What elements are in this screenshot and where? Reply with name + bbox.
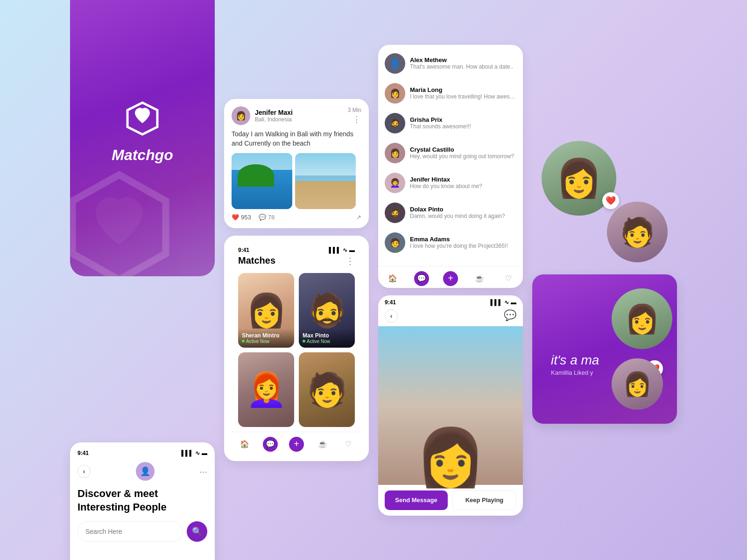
list-item[interactable]: 👩 Maria Long I love that you love travel…	[378, 78, 523, 108]
search-button[interactable]: 🔍	[187, 521, 207, 542]
msg-text: I love how you're doing the Project365!!	[410, 243, 516, 249]
list-item[interactable]: 🧔 Grisha Prix That sounds awesome!!!	[378, 108, 523, 138]
msg-text: Hey, would you mind going out tomorrow?	[410, 153, 516, 160]
profile-actions: Send Message Keep Playing	[378, 485, 523, 516]
msg-avatar-grisha: 🧔	[385, 113, 405, 133]
post-actions: ❤️ 953 💬 78 ↗	[232, 214, 361, 221]
msg-avatar-jenifer: 👩‍🦱	[385, 173, 405, 193]
battery-icon-2: ▬	[349, 247, 355, 253]
post-images	[232, 153, 361, 209]
tab-chat[interactable]: 💬	[263, 437, 278, 452]
share-button[interactable]: ↗	[356, 214, 361, 221]
post-card: 👩 Jenifer Maxi Bali, Indonesia 3 Min ⋮ T…	[224, 99, 369, 228]
back-button[interactable]: ‹	[78, 465, 91, 478]
battery-icon-3: ▬	[511, 299, 516, 306]
heart-badge-floating: ❤️	[602, 192, 619, 209]
post-menu-button[interactable]: ⋮	[352, 114, 361, 125]
matches-menu-button[interactable]: ⋮	[345, 255, 355, 266]
msg-avatar-crystal: 👩	[385, 143, 405, 163]
list-item[interactable]: 👩 Crystal Castillo Hey, would you mind g…	[378, 138, 523, 168]
tab-coffee[interactable]: ☕	[315, 437, 330, 452]
matches-title: Matches	[238, 255, 275, 266]
discover-card: 9:41 ▌▌▌ ∿ ▬ ‹ 👤 ··· Discover & meet Int…	[70, 442, 215, 560]
app-title: Matchgo	[112, 147, 173, 164]
tab-plus[interactable]: +	[289, 437, 304, 452]
match-status-2: Active Now	[303, 339, 351, 344]
like-count[interactable]: ❤️ 953	[232, 214, 251, 221]
tab-plus-msgs[interactable]: +	[443, 271, 458, 286]
tab-heart-msgs[interactable]: ♡	[501, 271, 516, 286]
match-liked-text: Kamillia Liked y	[551, 369, 593, 376]
tab-bar-messages: 🏠 💬 + ☕ ♡	[378, 266, 523, 288]
profile-person-figure: 👩	[416, 429, 486, 485]
msg-avatar-maria: 👩	[385, 83, 405, 104]
match-card-3[interactable]: 👩‍🦰	[238, 352, 294, 427]
tab-coffee-msgs[interactable]: ☕	[472, 271, 487, 286]
battery-icon: ▬	[202, 450, 207, 456]
send-message-button[interactable]: Send Message	[385, 490, 448, 510]
left-column: Matchgo 9:41 ▌▌▌ ∿ ▬ ‹ 👤 ··· Discover & …	[70, 0, 215, 560]
msg-avatar-dolax: 🧔	[385, 203, 405, 223]
post-user-info: Jenifer Maxi Bali, Indonesia	[255, 109, 293, 123]
post-image-beach	[295, 153, 356, 209]
match-name-2: Max Pinto	[303, 332, 351, 339]
messages-column: 👤 Alex Methew That's awesome man. How ab…	[378, 45, 523, 516]
matchgo-hex-logo	[124, 100, 161, 137]
keep-playing-button[interactable]: Keep Playing	[452, 490, 516, 510]
msg-text: Damn, would you mind doing it again?	[410, 213, 516, 219]
list-item[interactable]: 🧔 Dolax Pinto Damn, would you mind doing…	[378, 198, 523, 228]
match-person-2: 👩	[612, 358, 663, 410]
tab-home[interactable]: 🏠	[237, 437, 252, 452]
comment-count[interactable]: 💬 78	[259, 214, 275, 221]
match-card-2[interactable]: 🧔 Max Pinto Active Now	[299, 273, 355, 348]
list-item[interactable]: 🧑 Emma Adams I love how you're doing the…	[378, 228, 523, 258]
wifi-icon-3: ∿	[504, 299, 509, 306]
wifi-icon-2: ∿	[343, 247, 347, 253]
middle-column: 👩 Jenifer Maxi Bali, Indonesia 3 Min ⋮ T…	[224, 99, 369, 461]
signal-icon-2: ▌▌▌	[329, 247, 341, 253]
time-display: 9:41	[78, 450, 89, 456]
match-name-1: Sheran Mintro	[242, 332, 290, 339]
post-location: Bali, Indonesia	[255, 116, 293, 123]
msg-name: Jenifer Hintax	[410, 176, 516, 183]
matches-time: 9:41	[238, 247, 249, 253]
tab-heart[interactable]: ♡	[341, 437, 356, 452]
matches-status-bar: 9:41 ▌▌▌ ∿ ▬	[232, 243, 361, 255]
bg-decorative-pattern	[70, 169, 177, 276]
msg-name: Emma Adams	[410, 236, 516, 243]
msg-name: Maria Long	[410, 86, 516, 93]
post-username: Jenifer Maxi	[255, 109, 293, 116]
user-avatar: 👤	[136, 462, 155, 481]
floating-photos-section: 👩 🧑 ❤️	[532, 136, 677, 267]
profile-card: 9:41 ▌▌▌ ∿ ▬ ‹ 💬 👩 Send Message Keep Pla…	[378, 295, 523, 516]
msg-avatar-emma: 🧑	[385, 232, 405, 253]
msg-name: Crystal Castillo	[410, 146, 516, 153]
search-bar: 🔍	[78, 521, 207, 542]
chat-icon-profile[interactable]: 💬	[504, 309, 516, 322]
match-status-1: Active Now	[242, 339, 290, 344]
post-time: 3 Min	[348, 107, 361, 113]
heart-icon: ❤️	[232, 214, 239, 221]
tab-chat-msgs[interactable]: 💬	[414, 271, 429, 286]
right-column: 👩 🧑 ❤️ 👩 ❤️ it's a ma Kamillia Liked y 👩	[532, 136, 677, 424]
profile-status-bar: 9:41 ▌▌▌ ∿ ▬	[378, 295, 523, 308]
list-item[interactable]: 👩‍🦱 Jenifer Hintax How do you know about…	[378, 168, 523, 198]
list-item[interactable]: 👤 Alex Methew That's awesome man. How ab…	[378, 49, 523, 78]
tab-home-msgs[interactable]: 🏠	[385, 271, 400, 286]
post-user-avatar: 👩	[232, 106, 250, 125]
search-input[interactable]	[78, 521, 183, 542]
msg-name: Grisha Prix	[410, 116, 516, 123]
match-card-4[interactable]: 🧑	[299, 352, 355, 427]
matches-card: 9:41 ▌▌▌ ∿ ▬ Matches ⋮ 👩 Sheran Mintro	[224, 236, 369, 461]
msg-name: Alex Methew	[410, 56, 516, 63]
status-bar: 9:41 ▌▌▌ ∿ ▬	[78, 450, 207, 456]
match-celebration-card: 👩 ❤️ it's a ma Kamillia Liked y 👩	[532, 274, 677, 424]
more-options-button[interactable]: ···	[199, 466, 207, 477]
floating-person-2: 🧑	[607, 202, 668, 262]
msg-text: That sounds awesome!!!	[410, 123, 516, 130]
post-header: 👩 Jenifer Maxi Bali, Indonesia 3 Min ⋮	[232, 106, 361, 125]
signal-icon: ▌▌▌	[181, 450, 193, 456]
profile-back-button[interactable]: ‹	[385, 309, 398, 322]
match-card-1[interactable]: 👩 Sheran Mintro Active Now	[238, 273, 294, 348]
messages-card: 👤 Alex Methew That's awesome man. How ab…	[378, 45, 523, 288]
